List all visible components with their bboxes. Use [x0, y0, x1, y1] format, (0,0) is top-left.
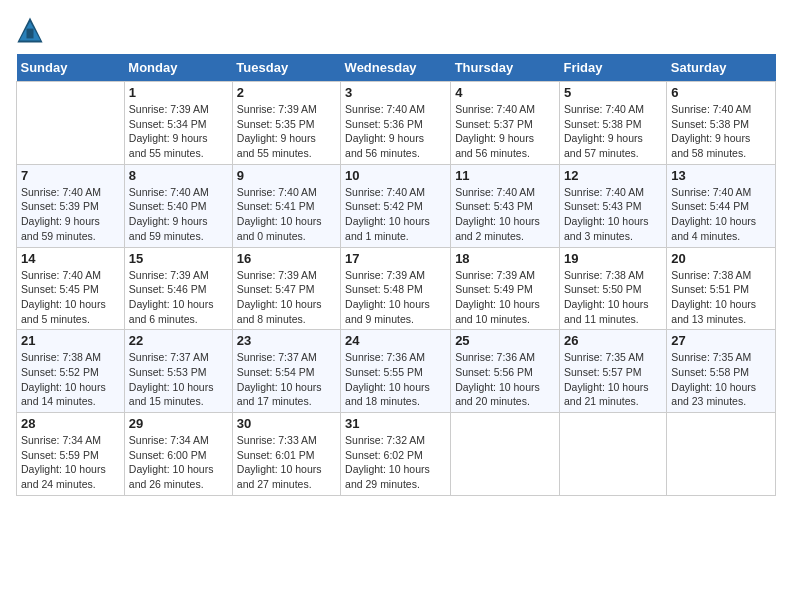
day-info: Sunrise: 7:36 AM Sunset: 5:55 PM Dayligh…: [345, 350, 446, 409]
calendar-cell: 7Sunrise: 7:40 AM Sunset: 5:39 PM Daylig…: [17, 164, 125, 247]
day-number: 24: [345, 333, 446, 348]
calendar-cell: [17, 82, 125, 165]
calendar-week-2: 7Sunrise: 7:40 AM Sunset: 5:39 PM Daylig…: [17, 164, 776, 247]
day-info: Sunrise: 7:40 AM Sunset: 5:42 PM Dayligh…: [345, 185, 446, 244]
day-number: 22: [129, 333, 228, 348]
calendar-week-4: 21Sunrise: 7:38 AM Sunset: 5:52 PM Dayli…: [17, 330, 776, 413]
day-number: 16: [237, 251, 336, 266]
calendar-cell: 23Sunrise: 7:37 AM Sunset: 5:54 PM Dayli…: [232, 330, 340, 413]
calendar-cell: [559, 413, 666, 496]
calendar-cell: 5Sunrise: 7:40 AM Sunset: 5:38 PM Daylig…: [559, 82, 666, 165]
day-info: Sunrise: 7:40 AM Sunset: 5:37 PM Dayligh…: [455, 102, 555, 161]
day-number: 3: [345, 85, 446, 100]
calendar-cell: 15Sunrise: 7:39 AM Sunset: 5:46 PM Dayli…: [124, 247, 232, 330]
day-number: 11: [455, 168, 555, 183]
day-number: 10: [345, 168, 446, 183]
calendar-cell: 1Sunrise: 7:39 AM Sunset: 5:34 PM Daylig…: [124, 82, 232, 165]
calendar-cell: 27Sunrise: 7:35 AM Sunset: 5:58 PM Dayli…: [667, 330, 776, 413]
day-info: Sunrise: 7:39 AM Sunset: 5:49 PM Dayligh…: [455, 268, 555, 327]
calendar-cell: 28Sunrise: 7:34 AM Sunset: 5:59 PM Dayli…: [17, 413, 125, 496]
day-info: Sunrise: 7:34 AM Sunset: 6:00 PM Dayligh…: [129, 433, 228, 492]
day-info: Sunrise: 7:36 AM Sunset: 5:56 PM Dayligh…: [455, 350, 555, 409]
calendar-cell: 10Sunrise: 7:40 AM Sunset: 5:42 PM Dayli…: [341, 164, 451, 247]
day-number: 17: [345, 251, 446, 266]
calendar-cell: 30Sunrise: 7:33 AM Sunset: 6:01 PM Dayli…: [232, 413, 340, 496]
calendar-cell: 2Sunrise: 7:39 AM Sunset: 5:35 PM Daylig…: [232, 82, 340, 165]
logo-icon: [16, 16, 44, 44]
logo: [16, 16, 48, 44]
day-number: 14: [21, 251, 120, 266]
calendar-cell: 12Sunrise: 7:40 AM Sunset: 5:43 PM Dayli…: [559, 164, 666, 247]
calendar-table: SundayMondayTuesdayWednesdayThursdayFrid…: [16, 54, 776, 496]
day-info: Sunrise: 7:38 AM Sunset: 5:52 PM Dayligh…: [21, 350, 120, 409]
calendar-cell: 6Sunrise: 7:40 AM Sunset: 5:38 PM Daylig…: [667, 82, 776, 165]
day-number: 7: [21, 168, 120, 183]
calendar-cell: 21Sunrise: 7:38 AM Sunset: 5:52 PM Dayli…: [17, 330, 125, 413]
day-info: Sunrise: 7:40 AM Sunset: 5:36 PM Dayligh…: [345, 102, 446, 161]
calendar-cell: 29Sunrise: 7:34 AM Sunset: 6:00 PM Dayli…: [124, 413, 232, 496]
column-header-friday: Friday: [559, 54, 666, 82]
calendar-cell: 18Sunrise: 7:39 AM Sunset: 5:49 PM Dayli…: [451, 247, 560, 330]
day-number: 13: [671, 168, 771, 183]
day-number: 9: [237, 168, 336, 183]
calendar-cell: [451, 413, 560, 496]
calendar-cell: 4Sunrise: 7:40 AM Sunset: 5:37 PM Daylig…: [451, 82, 560, 165]
column-header-thursday: Thursday: [451, 54, 560, 82]
day-info: Sunrise: 7:40 AM Sunset: 5:38 PM Dayligh…: [671, 102, 771, 161]
day-info: Sunrise: 7:40 AM Sunset: 5:45 PM Dayligh…: [21, 268, 120, 327]
calendar-cell: 19Sunrise: 7:38 AM Sunset: 5:50 PM Dayli…: [559, 247, 666, 330]
calendar-cell: 14Sunrise: 7:40 AM Sunset: 5:45 PM Dayli…: [17, 247, 125, 330]
day-number: 31: [345, 416, 446, 431]
calendar-cell: 24Sunrise: 7:36 AM Sunset: 5:55 PM Dayli…: [341, 330, 451, 413]
column-header-wednesday: Wednesday: [341, 54, 451, 82]
calendar-cell: 9Sunrise: 7:40 AM Sunset: 5:41 PM Daylig…: [232, 164, 340, 247]
day-number: 29: [129, 416, 228, 431]
calendar-cell: 13Sunrise: 7:40 AM Sunset: 5:44 PM Dayli…: [667, 164, 776, 247]
calendar-cell: [667, 413, 776, 496]
calendar-cell: 25Sunrise: 7:36 AM Sunset: 5:56 PM Dayli…: [451, 330, 560, 413]
day-number: 26: [564, 333, 662, 348]
day-info: Sunrise: 7:38 AM Sunset: 5:50 PM Dayligh…: [564, 268, 662, 327]
day-number: 2: [237, 85, 336, 100]
day-info: Sunrise: 7:40 AM Sunset: 5:43 PM Dayligh…: [455, 185, 555, 244]
day-number: 30: [237, 416, 336, 431]
day-number: 27: [671, 333, 771, 348]
calendar-week-5: 28Sunrise: 7:34 AM Sunset: 5:59 PM Dayli…: [17, 413, 776, 496]
day-number: 28: [21, 416, 120, 431]
calendar-cell: 3Sunrise: 7:40 AM Sunset: 5:36 PM Daylig…: [341, 82, 451, 165]
day-number: 20: [671, 251, 771, 266]
calendar-cell: 20Sunrise: 7:38 AM Sunset: 5:51 PM Dayli…: [667, 247, 776, 330]
day-info: Sunrise: 7:40 AM Sunset: 5:38 PM Dayligh…: [564, 102, 662, 161]
page-header: [16, 16, 776, 44]
day-number: 19: [564, 251, 662, 266]
calendar-cell: 22Sunrise: 7:37 AM Sunset: 5:53 PM Dayli…: [124, 330, 232, 413]
column-header-saturday: Saturday: [667, 54, 776, 82]
day-number: 5: [564, 85, 662, 100]
day-number: 8: [129, 168, 228, 183]
calendar-week-1: 1Sunrise: 7:39 AM Sunset: 5:34 PM Daylig…: [17, 82, 776, 165]
day-number: 21: [21, 333, 120, 348]
day-info: Sunrise: 7:35 AM Sunset: 5:58 PM Dayligh…: [671, 350, 771, 409]
calendar-cell: 31Sunrise: 7:32 AM Sunset: 6:02 PM Dayli…: [341, 413, 451, 496]
day-number: 12: [564, 168, 662, 183]
calendar-cell: 16Sunrise: 7:39 AM Sunset: 5:47 PM Dayli…: [232, 247, 340, 330]
calendar-cell: 11Sunrise: 7:40 AM Sunset: 5:43 PM Dayli…: [451, 164, 560, 247]
day-info: Sunrise: 7:32 AM Sunset: 6:02 PM Dayligh…: [345, 433, 446, 492]
day-number: 18: [455, 251, 555, 266]
svg-rect-2: [27, 29, 34, 39]
day-info: Sunrise: 7:37 AM Sunset: 5:53 PM Dayligh…: [129, 350, 228, 409]
day-number: 4: [455, 85, 555, 100]
day-info: Sunrise: 7:39 AM Sunset: 5:48 PM Dayligh…: [345, 268, 446, 327]
day-number: 6: [671, 85, 771, 100]
column-header-sunday: Sunday: [17, 54, 125, 82]
day-info: Sunrise: 7:40 AM Sunset: 5:40 PM Dayligh…: [129, 185, 228, 244]
day-info: Sunrise: 7:40 AM Sunset: 5:44 PM Dayligh…: [671, 185, 771, 244]
day-info: Sunrise: 7:35 AM Sunset: 5:57 PM Dayligh…: [564, 350, 662, 409]
day-info: Sunrise: 7:39 AM Sunset: 5:46 PM Dayligh…: [129, 268, 228, 327]
day-info: Sunrise: 7:34 AM Sunset: 5:59 PM Dayligh…: [21, 433, 120, 492]
day-info: Sunrise: 7:33 AM Sunset: 6:01 PM Dayligh…: [237, 433, 336, 492]
day-info: Sunrise: 7:40 AM Sunset: 5:39 PM Dayligh…: [21, 185, 120, 244]
day-number: 1: [129, 85, 228, 100]
day-info: Sunrise: 7:39 AM Sunset: 5:35 PM Dayligh…: [237, 102, 336, 161]
calendar-cell: 8Sunrise: 7:40 AM Sunset: 5:40 PM Daylig…: [124, 164, 232, 247]
